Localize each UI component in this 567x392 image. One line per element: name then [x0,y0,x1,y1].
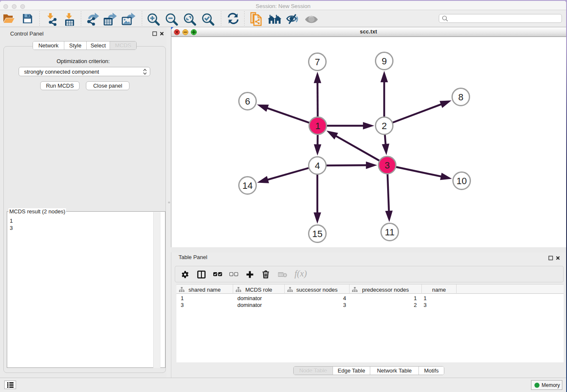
svg-text:1: 1 [315,121,320,131]
svg-text:3: 3 [385,160,390,171]
svg-text:10: 10 [457,176,467,186]
svg-text:8: 8 [458,92,463,102]
svg-text:4: 4 [315,160,320,171]
svg-text:14: 14 [242,180,253,191]
svg-text:2: 2 [382,121,387,131]
svg-text:15: 15 [312,229,322,239]
svg-text:9: 9 [382,56,387,66]
svg-text:7: 7 [315,57,320,67]
svg-text:6: 6 [245,96,250,107]
svg-text:11: 11 [385,227,395,237]
